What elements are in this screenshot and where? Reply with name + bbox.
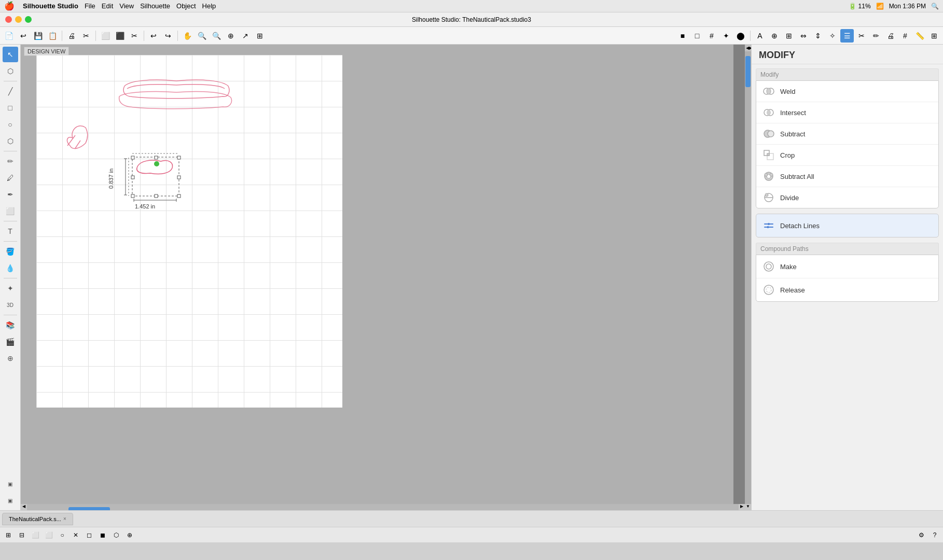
maximize-button[interactable] bbox=[25, 16, 32, 23]
subtract2-button[interactable]: ◻ bbox=[83, 529, 95, 541]
stroke-panel-button[interactable]: □ bbox=[690, 29, 704, 43]
make-item[interactable]: Make bbox=[756, 255, 938, 278]
svg-point-9 bbox=[154, 161, 159, 166]
mark-button[interactable]: ⊕ bbox=[123, 529, 136, 541]
apple-menu[interactable]: 🍎 bbox=[4, 1, 15, 11]
3d-tool[interactable]: 3D bbox=[3, 297, 18, 313]
more-button[interactable]: ⬤ bbox=[734, 29, 747, 43]
print-view-button[interactable]: 🖨 bbox=[884, 29, 897, 43]
eraser-tool[interactable]: ⬜ bbox=[3, 203, 18, 219]
close-button[interactable] bbox=[5, 16, 12, 23]
edit-menu[interactable]: Edit bbox=[102, 2, 113, 10]
zoom-fit-button[interactable]: ⊕ bbox=[224, 29, 238, 43]
ungroup-button[interactable]: ⊟ bbox=[16, 529, 28, 541]
subtract-item[interactable]: Subtract bbox=[756, 123, 938, 145]
cut-button[interactable]: ✂ bbox=[128, 29, 141, 43]
help-menu[interactable]: Help bbox=[202, 2, 216, 10]
subtract-all-item[interactable]: Subtract All bbox=[756, 166, 938, 187]
trace-button[interactable]: ⬡ bbox=[110, 529, 122, 541]
crop-label: Crop bbox=[780, 151, 795, 159]
subtract3-button[interactable]: ◼ bbox=[96, 529, 109, 541]
crop-item[interactable]: Crop bbox=[756, 145, 938, 166]
canvas-area[interactable]: DESIGN VIEW bbox=[21, 45, 751, 510]
duplicate-button[interactable]: ⬜ bbox=[29, 529, 41, 541]
undo-button[interactable]: ↩ bbox=[147, 29, 160, 43]
fill-panel-button[interactable]: ■ bbox=[676, 29, 689, 43]
pan-button[interactable]: ✋ bbox=[181, 29, 194, 43]
line-tool[interactable]: ╱ bbox=[3, 83, 18, 99]
weld-item[interactable]: Weld bbox=[756, 81, 938, 102]
print-button[interactable]: 🖨 bbox=[65, 29, 78, 43]
grid-button[interactable]: # bbox=[705, 29, 718, 43]
file-menu[interactable]: File bbox=[85, 2, 95, 10]
paper-canvas[interactable]: 1.452 in 0.837 in bbox=[36, 55, 342, 408]
select-tool[interactable]: ↖ bbox=[3, 47, 18, 62]
fill-tool[interactable]: 🪣 bbox=[3, 244, 18, 259]
save-as-button[interactable]: 📋 bbox=[46, 29, 59, 43]
sketch-tool[interactable]: ✦ bbox=[3, 281, 18, 296]
print-cut-button[interactable]: ✂ bbox=[79, 29, 93, 43]
app-menu[interactable]: Silhouette Studio bbox=[23, 2, 78, 10]
mac-menubar: 🍎 Silhouette Studio File Edit View Silho… bbox=[0, 0, 943, 12]
zoom-out-button[interactable]: 🔍 bbox=[210, 29, 223, 43]
pen-tool[interactable]: 🖊 bbox=[3, 170, 18, 186]
silhouette-menu[interactable]: Silhouette bbox=[140, 2, 170, 10]
union-button[interactable]: ○ bbox=[56, 529, 68, 541]
clock: Mon 1:36 PM bbox=[889, 3, 926, 10]
view-menu[interactable]: View bbox=[119, 2, 134, 10]
canvas-scrollbar-right[interactable]: ▲ ▼ bbox=[745, 45, 751, 510]
divide-item[interactable]: Divide bbox=[756, 187, 938, 208]
design-library-tool[interactable]: 📚 bbox=[3, 317, 18, 333]
group-button[interactable]: ⊞ bbox=[2, 529, 15, 541]
zoom-in-button[interactable]: 🔍 bbox=[195, 29, 209, 43]
copy-button[interactable]: ⬜ bbox=[99, 29, 112, 43]
sketch-button[interactable]: ✏ bbox=[869, 29, 883, 43]
calligraphy-tool[interactable]: ✒ bbox=[3, 187, 18, 202]
media-tool[interactable]: 🎬 bbox=[3, 334, 18, 349]
duplicate2-button[interactable]: ⬜ bbox=[43, 529, 55, 541]
zoom-window-button[interactable]: ⊞ bbox=[253, 29, 267, 43]
minimize-button[interactable] bbox=[15, 16, 22, 23]
rulers-button[interactable]: 📏 bbox=[913, 29, 926, 43]
cut-settings-button[interactable]: ✦ bbox=[719, 29, 733, 43]
text-tool[interactable]: T bbox=[3, 223, 18, 239]
effects-button[interactable]: ✧ bbox=[826, 29, 839, 43]
view-toggle-bottom[interactable]: ▣ bbox=[3, 493, 18, 508]
replication-button[interactable]: ⊞ bbox=[782, 29, 796, 43]
text-style-button[interactable]: A bbox=[753, 29, 767, 43]
release-item[interactable]: Release bbox=[756, 278, 938, 301]
canvas-scrollbar-bottom[interactable]: ◀ ▶ bbox=[21, 504, 745, 510]
help-button[interactable]: ? bbox=[928, 529, 941, 541]
paste-button[interactable]: ⬛ bbox=[113, 29, 127, 43]
detach-lines-icon bbox=[762, 219, 775, 232]
cut-view-button[interactable]: ✂ bbox=[855, 29, 868, 43]
save-button[interactable]: 💾 bbox=[31, 29, 45, 43]
view-toggle-top[interactable]: ▣ bbox=[3, 476, 18, 492]
settings-button[interactable]: ⚙ bbox=[915, 529, 927, 541]
mirror-v-button[interactable]: ⇕ bbox=[811, 29, 825, 43]
node-tool[interactable]: ⬡ bbox=[3, 63, 18, 79]
detach-lines-item[interactable]: Detach Lines bbox=[756, 214, 939, 237]
intersect-item[interactable]: Intersect bbox=[756, 102, 938, 123]
select-button[interactable]: ↗ bbox=[239, 29, 252, 43]
design-view-button[interactable]: ☰ bbox=[840, 29, 854, 43]
polygon-tool[interactable]: ⬡ bbox=[3, 133, 18, 149]
new-button[interactable]: 📄 bbox=[2, 29, 16, 43]
revert-button[interactable]: ↩ bbox=[17, 29, 30, 43]
object-menu[interactable]: Object bbox=[176, 2, 196, 10]
tab-nautical[interactable]: TheNauticalPack.s... × bbox=[2, 513, 73, 525]
spotlight-icon[interactable]: 🔍 bbox=[931, 3, 939, 10]
align-button[interactable]: ⊕ bbox=[768, 29, 781, 43]
snapping-button[interactable]: ⊞ bbox=[927, 29, 941, 43]
redo-button[interactable]: ↪ bbox=[161, 29, 175, 43]
rectangle-tool[interactable]: □ bbox=[3, 100, 18, 116]
mirror-h-button[interactable]: ⇔ bbox=[797, 29, 810, 43]
eyedropper-tool[interactable]: 💧 bbox=[3, 260, 18, 276]
pencil-tool[interactable]: ✏ bbox=[3, 153, 18, 169]
scroll-nav-arrows[interactable]: ◀▶ bbox=[745, 45, 751, 55]
ellipse-tool[interactable]: ○ bbox=[3, 117, 18, 132]
registration-tool[interactable]: ⊕ bbox=[3, 351, 18, 366]
show-grid-button[interactable]: # bbox=[898, 29, 912, 43]
tab-close-button[interactable]: × bbox=[63, 516, 66, 522]
intersect2-button[interactable]: ✕ bbox=[70, 529, 82, 541]
